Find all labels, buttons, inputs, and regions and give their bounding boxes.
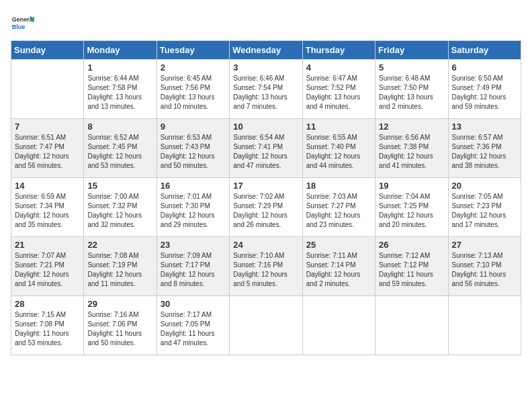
calendar-cell: 3Sunrise: 6:46 AM Sunset: 7:54 PM Daylig… [230,60,302,119]
day-number: 21 [15,240,80,250]
calendar-cell [302,296,375,355]
day-info: Sunrise: 6:50 AM Sunset: 7:49 PM Dayligh… [452,74,517,111]
calendar-cell: 11Sunrise: 6:55 AM Sunset: 7:40 PM Dayli… [302,119,375,178]
column-header-sunday: Sunday [11,41,84,60]
day-info: Sunrise: 6:56 AM Sunset: 7:38 PM Dayligh… [379,133,444,171]
calendar-cell: 20Sunrise: 7:05 AM Sunset: 7:23 PM Dayli… [448,178,521,237]
day-info: Sunrise: 7:08 AM Sunset: 7:19 PM Dayligh… [87,251,152,289]
day-info: Sunrise: 7:07 AM Sunset: 7:21 PM Dayligh… [15,251,80,289]
calendar-cell: 22Sunrise: 7:08 AM Sunset: 7:19 PM Dayli… [84,237,157,296]
calendar-cell: 10Sunrise: 6:54 AM Sunset: 7:41 PM Dayli… [230,119,302,178]
calendar-cell: 14Sunrise: 6:59 AM Sunset: 7:34 PM Dayli… [11,178,84,237]
day-number: 18 [306,181,371,191]
day-number: 1 [87,62,152,73]
day-number: 14 [15,181,80,191]
calendar-cell: 23Sunrise: 7:09 AM Sunset: 7:17 PM Dayli… [157,237,229,296]
day-number: 19 [379,181,444,191]
day-info: Sunrise: 6:47 AM Sunset: 7:52 PM Dayligh… [306,74,371,111]
calendar-cell: 21Sunrise: 7:07 AM Sunset: 7:21 PM Dayli… [11,237,84,296]
day-number: 3 [233,62,298,73]
calendar-cell: 12Sunrise: 6:56 AM Sunset: 7:38 PM Dayli… [375,119,448,178]
week-row-1: 1Sunrise: 6:44 AM Sunset: 7:58 PM Daylig… [11,60,521,119]
calendar-cell: 13Sunrise: 6:57 AM Sunset: 7:36 PM Dayli… [448,119,521,178]
calendar-cell: 27Sunrise: 7:13 AM Sunset: 7:10 PM Dayli… [448,237,521,296]
day-info: Sunrise: 7:04 AM Sunset: 7:25 PM Dayligh… [379,192,444,230]
day-number: 12 [379,122,444,132]
day-info: Sunrise: 7:00 AM Sunset: 7:32 PM Dayligh… [87,192,152,230]
day-number: 30 [161,299,226,309]
column-header-saturday: Saturday [448,41,521,60]
calendar-cell: 5Sunrise: 6:48 AM Sunset: 7:50 PM Daylig… [375,60,448,119]
column-header-thursday: Thursday [302,41,375,60]
week-row-3: 14Sunrise: 6:59 AM Sunset: 7:34 PM Dayli… [11,178,521,237]
day-number: 24 [233,240,298,250]
day-number: 25 [306,240,371,250]
day-number: 11 [306,122,371,132]
calendar-cell: 7Sunrise: 6:51 AM Sunset: 7:47 PM Daylig… [11,119,84,178]
week-row-4: 21Sunrise: 7:07 AM Sunset: 7:21 PM Dayli… [11,237,521,296]
calendar-cell: 19Sunrise: 7:04 AM Sunset: 7:25 PM Dayli… [375,178,448,237]
day-info: Sunrise: 6:44 AM Sunset: 7:58 PM Dayligh… [87,74,152,111]
calendar-table: SundayMondayTuesdayWednesdayThursdayFrid… [11,40,521,355]
day-info: Sunrise: 6:54 AM Sunset: 7:41 PM Dayligh… [233,133,298,171]
logo: General Blue [11,11,35,35]
day-number: 5 [379,62,444,73]
day-number: 17 [233,181,298,191]
day-info: Sunrise: 6:46 AM Sunset: 7:54 PM Dayligh… [233,74,298,111]
calendar-cell [230,296,302,355]
svg-text:Blue: Blue [12,24,26,30]
day-info: Sunrise: 6:45 AM Sunset: 7:56 PM Dayligh… [161,74,226,111]
calendar-cell: 2Sunrise: 6:45 AM Sunset: 7:56 PM Daylig… [157,60,229,119]
column-header-friday: Friday [375,41,448,60]
day-info: Sunrise: 6:59 AM Sunset: 7:34 PM Dayligh… [15,192,80,230]
calendar-cell: 1Sunrise: 6:44 AM Sunset: 7:58 PM Daylig… [84,60,157,119]
calendar-cell: 24Sunrise: 7:10 AM Sunset: 7:16 PM Dayli… [230,237,302,296]
column-header-wednesday: Wednesday [230,41,302,60]
header-row: SundayMondayTuesdayWednesdayThursdayFrid… [11,41,521,60]
day-info: Sunrise: 6:55 AM Sunset: 7:40 PM Dayligh… [306,133,371,171]
day-info: Sunrise: 6:52 AM Sunset: 7:45 PM Dayligh… [87,133,152,171]
day-info: Sunrise: 7:01 AM Sunset: 7:30 PM Dayligh… [161,192,226,230]
day-info: Sunrise: 7:16 AM Sunset: 7:06 PM Dayligh… [87,310,152,348]
day-number: 23 [161,240,226,250]
logo-icon: General Blue [11,11,35,35]
day-number: 10 [233,122,298,132]
calendar-cell: 15Sunrise: 7:00 AM Sunset: 7:32 PM Dayli… [84,178,157,237]
day-info: Sunrise: 7:15 AM Sunset: 7:08 PM Dayligh… [15,310,80,348]
day-info: Sunrise: 7:12 AM Sunset: 7:12 PM Dayligh… [379,251,444,289]
day-number: 2 [161,62,226,73]
column-header-monday: Monday [84,41,157,60]
day-info: Sunrise: 7:09 AM Sunset: 7:17 PM Dayligh… [161,251,226,289]
day-number: 4 [306,62,371,73]
day-number: 9 [161,122,226,132]
day-number: 22 [87,240,152,250]
calendar-cell [11,60,84,119]
day-number: 27 [452,240,517,250]
calendar-cell: 16Sunrise: 7:01 AM Sunset: 7:30 PM Dayli… [157,178,229,237]
day-info: Sunrise: 6:53 AM Sunset: 7:43 PM Dayligh… [161,133,226,171]
day-info: Sunrise: 6:51 AM Sunset: 7:47 PM Dayligh… [15,133,80,171]
week-row-2: 7Sunrise: 6:51 AM Sunset: 7:47 PM Daylig… [11,119,521,178]
calendar-cell [375,296,448,355]
day-info: Sunrise: 7:05 AM Sunset: 7:23 PM Dayligh… [452,192,517,230]
day-number: 15 [87,181,152,191]
week-row-5: 28Sunrise: 7:15 AM Sunset: 7:08 PM Dayli… [11,296,521,355]
day-info: Sunrise: 7:02 AM Sunset: 7:29 PM Dayligh… [233,192,298,230]
day-info: Sunrise: 7:11 AM Sunset: 7:14 PM Dayligh… [306,251,371,289]
day-info: Sunrise: 7:13 AM Sunset: 7:10 PM Dayligh… [452,251,517,289]
day-number: 13 [452,122,517,132]
calendar-cell: 28Sunrise: 7:15 AM Sunset: 7:08 PM Dayli… [11,296,84,355]
day-number: 8 [87,122,152,132]
day-info: Sunrise: 6:48 AM Sunset: 7:50 PM Dayligh… [379,74,444,111]
calendar-cell: 26Sunrise: 7:12 AM Sunset: 7:12 PM Dayli… [375,237,448,296]
calendar-cell: 29Sunrise: 7:16 AM Sunset: 7:06 PM Dayli… [84,296,157,355]
day-number: 28 [15,299,80,309]
day-number: 7 [15,122,80,132]
day-number: 16 [161,181,226,191]
calendar-cell: 9Sunrise: 6:53 AM Sunset: 7:43 PM Daylig… [157,119,229,178]
column-header-tuesday: Tuesday [157,41,229,60]
day-info: Sunrise: 6:57 AM Sunset: 7:36 PM Dayligh… [452,133,517,171]
day-info: Sunrise: 7:17 AM Sunset: 7:05 PM Dayligh… [161,310,226,348]
calendar-cell: 30Sunrise: 7:17 AM Sunset: 7:05 PM Dayli… [157,296,229,355]
day-number: 6 [452,62,517,73]
